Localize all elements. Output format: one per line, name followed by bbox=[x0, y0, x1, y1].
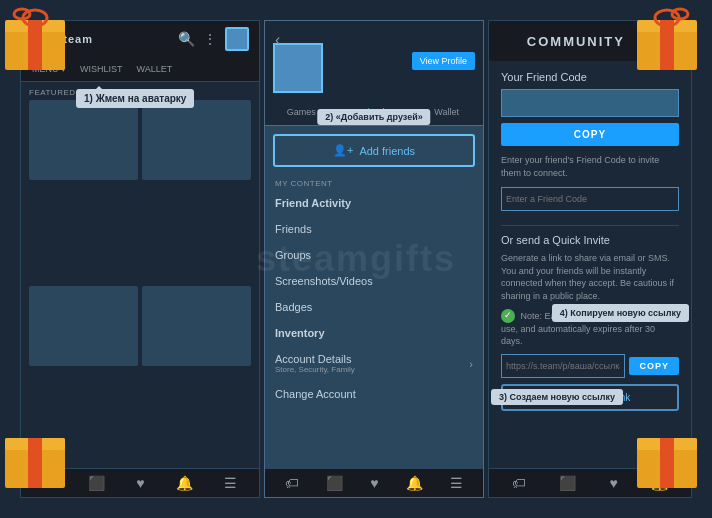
add-friends-button[interactable]: 👤+ Add friends bbox=[273, 134, 475, 167]
nav-wallet[interactable]: WALLET bbox=[132, 61, 178, 77]
featured-item-1 bbox=[29, 100, 138, 180]
svg-point-10 bbox=[672, 9, 688, 19]
menu-friends[interactable]: Friends bbox=[265, 216, 483, 242]
mid-nav-menu-icon[interactable]: ☰ bbox=[450, 475, 463, 491]
invite-info-text: Enter your friend's Friend Code to invit… bbox=[501, 154, 679, 179]
mid-nav-store-icon[interactable]: ⬛ bbox=[326, 475, 343, 491]
friend-code-section: Your Friend Code COPY Enter your friend'… bbox=[501, 61, 679, 217]
nav-menu-icon[interactable]: ☰ bbox=[224, 475, 237, 491]
mid-nav-heart-icon[interactable]: ♥ bbox=[370, 475, 378, 491]
menu-account-details[interactable]: Account Details Store, Security, Family … bbox=[265, 346, 483, 381]
featured-item-2 bbox=[142, 100, 251, 180]
right-nav-heart-icon[interactable]: ♥ bbox=[610, 475, 618, 491]
profile-avatar bbox=[273, 43, 323, 93]
nav-heart-icon[interactable]: ♥ bbox=[136, 475, 144, 491]
left-panel: ⚙ Steam 🔍 ⋮ MENU ▾ WISHLIST WALLET 1) Жм… bbox=[20, 20, 260, 498]
quick-invite-desc: Generate a link to share via email or SM… bbox=[501, 252, 679, 302]
right-nav-tag-icon[interactable]: 🏷 bbox=[512, 475, 526, 491]
chevron-right-icon: › bbox=[469, 358, 473, 370]
tooltip-copy-link: 4) Копируем новую ссылку bbox=[552, 304, 689, 323]
menu-change-account[interactable]: Change Account bbox=[265, 381, 483, 407]
community-title: COMMUNITY bbox=[527, 34, 625, 49]
quick-invite-label: Or send a Quick Invite bbox=[501, 234, 679, 246]
gift-corner-br bbox=[632, 438, 712, 518]
copy-code-button[interactable]: COPY bbox=[501, 123, 679, 146]
featured-grid bbox=[21, 100, 259, 468]
gift-corner-bl bbox=[0, 438, 80, 518]
menu-dots-icon[interactable]: ⋮ bbox=[203, 31, 217, 47]
link-row: COPY bbox=[501, 354, 679, 378]
generate-btn-wrapper: 3) Создаем новую ссылку Generate new lin… bbox=[501, 384, 679, 411]
nav-bell-icon[interactable]: 🔔 bbox=[176, 475, 193, 491]
back-button[interactable]: ‹ bbox=[275, 31, 280, 49]
my-content-label: MY CONTENT bbox=[265, 175, 483, 190]
view-profile-button[interactable]: View Profile bbox=[412, 52, 475, 70]
add-friends-icon: 👤+ bbox=[333, 144, 353, 157]
main-container: ⚙ Steam 🔍 ⋮ MENU ▾ WISHLIST WALLET 1) Жм… bbox=[20, 20, 692, 498]
header-icons: 🔍 ⋮ bbox=[178, 27, 249, 51]
menu-screenshots[interactable]: Screenshots/Videos bbox=[265, 268, 483, 294]
nav-store-icon[interactable]: ⬛ bbox=[88, 475, 105, 491]
note-text: ✓ Note: Each link is unique and single-u… bbox=[501, 309, 679, 348]
check-icon: ✓ bbox=[501, 309, 515, 323]
tooltip-add-friend: 2) «Добавить друзей» bbox=[317, 109, 430, 125]
right-content: Your Friend Code COPY Enter your friend'… bbox=[489, 61, 691, 468]
copy-link-button[interactable]: COPY bbox=[629, 357, 679, 375]
search-icon[interactable]: 🔍 bbox=[178, 31, 195, 47]
menu-badges[interactable]: Badges bbox=[265, 294, 483, 320]
right-nav-store-icon[interactable]: ⬛ bbox=[559, 475, 576, 491]
account-details-sub: Store, Security, Family bbox=[275, 365, 355, 374]
gift-corner-tr bbox=[632, 0, 712, 80]
menu-items: Friend Activity Friends Groups Screensho… bbox=[265, 190, 483, 468]
featured-item-4 bbox=[142, 286, 251, 366]
svg-point-5 bbox=[14, 9, 30, 19]
tooltip-avatar: 1) Жмем на аватарку bbox=[76, 89, 194, 108]
menu-inventory[interactable]: Inventory bbox=[265, 320, 483, 346]
friend-code-display bbox=[501, 89, 679, 117]
tooltip-new-link: 3) Создаем новую ссылку bbox=[491, 389, 623, 405]
divider bbox=[501, 225, 679, 226]
menu-friend-activity[interactable]: Friend Activity bbox=[265, 190, 483, 216]
link-url-input[interactable] bbox=[501, 354, 625, 378]
account-details-label: Account Details bbox=[275, 353, 355, 365]
right-panel: COMMUNITY ⋮ Your Friend Code COPY Enter … bbox=[488, 20, 692, 498]
svg-rect-16 bbox=[660, 438, 674, 488]
enter-code-input[interactable] bbox=[501, 187, 679, 211]
nav-wishlist[interactable]: WISHLIST bbox=[75, 61, 128, 77]
featured-item-3 bbox=[29, 286, 138, 366]
middle-panel: ‹ View Profile 2) «Добавить друзей» Game… bbox=[264, 20, 484, 498]
profile-top: View Profile bbox=[265, 21, 483, 101]
mid-nav-tag-icon[interactable]: 🏷 bbox=[285, 475, 299, 491]
mid-nav-bell-icon[interactable]: 🔔 bbox=[406, 475, 423, 491]
middle-bottom-nav: 🏷 ⬛ ♥ 🔔 ☰ bbox=[265, 468, 483, 497]
menu-groups[interactable]: Groups bbox=[265, 242, 483, 268]
gift-corner-tl bbox=[0, 0, 80, 80]
user-avatar[interactable] bbox=[225, 27, 249, 51]
svg-rect-13 bbox=[28, 438, 42, 488]
add-friends-label: Add friends bbox=[359, 145, 415, 157]
